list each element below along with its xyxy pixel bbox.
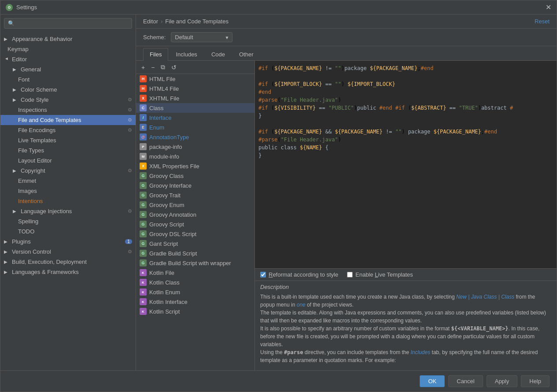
code-line: #if (${PACKAGE_NAME} && ${PACKAGE_NAME} … — [258, 128, 553, 136]
sidebar-item-keymap[interactable]: Keymap — [0, 44, 136, 54]
sidebar-item-font[interactable]: Font — [0, 74, 136, 85]
sidebar-item-label: Copyright — [21, 167, 125, 174]
description-section: Description This is a built-in template … — [255, 281, 557, 370]
sidebar-item-images[interactable]: Images — [0, 186, 136, 196]
tab-includes[interactable]: Includes — [169, 48, 203, 60]
scheme-select[interactable]: Default — [171, 32, 232, 42]
code-editor[interactable]: #if (${PACKAGE_NAME} != "")package ${PAC… — [255, 61, 557, 268]
list-item[interactable]: G Groovy Interface — [136, 181, 255, 190]
tab-other[interactable]: Other — [232, 48, 260, 60]
list-item[interactable]: I Interface — [136, 113, 255, 122]
search-input[interactable] — [17, 20, 128, 26]
sidebar-item-emmet[interactable]: Emmet — [0, 176, 136, 186]
list-item[interactable]: M module-info — [136, 152, 255, 161]
tab-files[interactable]: Files — [143, 48, 168, 61]
code-line: #parse("File Header.java") — [258, 96, 553, 104]
sidebar-item-general[interactable]: ▶ General — [0, 64, 136, 74]
arrow-icon: ▶ — [13, 67, 18, 72]
list-item[interactable]: X XML Properties File — [136, 161, 255, 171]
file-item-name: Groovy Script — [149, 221, 251, 228]
remove-template-button[interactable]: − — [149, 63, 156, 72]
list-item[interactable]: @ AnnotationType — [136, 132, 255, 142]
list-item[interactable]: P package-info — [136, 142, 255, 152]
sidebar-item-color-scheme[interactable]: ▶ Color Scheme — [0, 85, 136, 95]
settings-icon: ⚙ — [128, 107, 132, 113]
file-item-name: Kotlin File — [149, 270, 251, 276]
list-item[interactable]: G Groovy Enum — [136, 200, 255, 210]
list-item[interactable]: H HTML4 File — [136, 84, 255, 93]
groovy-file-icon: G — [140, 250, 147, 257]
list-item[interactable]: C Class — [136, 103, 255, 113]
list-item[interactable]: K Kotlin File — [136, 268, 255, 277]
file-item-name: Groovy Annotation — [149, 211, 251, 218]
sidebar-item-spelling[interactable]: Spelling — [0, 216, 136, 226]
kotlin-file-icon: K — [140, 279, 147, 286]
sidebar-item-editor[interactable]: ▼ Editor — [0, 54, 136, 64]
apply-button[interactable]: Apply — [487, 375, 518, 387]
settings-icon: ⚙ — [128, 97, 132, 103]
file-item-name: Groovy Trait — [149, 192, 251, 199]
sidebar-item-label: File Encodings — [18, 127, 125, 133]
sidebar-item-intentions[interactable]: Intentions — [0, 196, 136, 206]
ok-button[interactable]: OK — [420, 375, 445, 387]
sidebar-item-plugins[interactable]: ▶ Plugins 1 — [0, 237, 136, 247]
sidebar-item-version-control[interactable]: ▶ Version Control ⚙ — [0, 247, 136, 257]
sidebar-item-copyright[interactable]: ▶ Copyright ⚙ — [0, 166, 136, 176]
reformat-checkbox-label[interactable]: Reformat according to style — [260, 271, 338, 278]
sidebar-item-appearance[interactable]: ▶ Appearance & Behavior — [0, 34, 136, 44]
sidebar-item-file-code-templates[interactable]: File and Code Templates ⚙ — [0, 115, 136, 125]
breadcrumb: Editor › File and Code Templates Reset — [136, 15, 557, 29]
file-list-toolbar: + − ⧉ ↺ — [136, 61, 255, 74]
sidebar-item-inspections[interactable]: Inspections ⚙ — [0, 105, 136, 115]
list-item[interactable]: X XHTML File — [136, 93, 255, 103]
sidebar-item-live-templates[interactable]: Live Templates — [0, 135, 136, 145]
sidebar-item-label: Emmet — [18, 178, 132, 184]
list-item[interactable]: G Gant Script — [136, 239, 255, 248]
sidebar-item-todo[interactable]: TODO — [0, 226, 136, 237]
list-item[interactable]: G Groovy Trait — [136, 190, 255, 200]
arrow-icon: ▶ — [4, 259, 9, 264]
list-item[interactable]: H HTML File — [136, 74, 255, 84]
copy-template-button[interactable]: ⧉ — [159, 63, 167, 72]
groovy-file-icon: G — [140, 182, 147, 189]
close-button[interactable]: ✕ — [546, 3, 551, 11]
file-item-name: Interface — [149, 115, 251, 121]
cancel-button[interactable]: Cancel — [448, 375, 483, 387]
sidebar-item-file-types[interactable]: File Types — [0, 145, 136, 155]
tab-code[interactable]: Code — [205, 48, 232, 60]
add-template-button[interactable]: + — [140, 63, 147, 72]
sidebar-item-layout-editor[interactable]: Layout Editor — [0, 155, 136, 166]
sidebar-item-code-style[interactable]: ▶ Code Style ⚙ — [0, 95, 136, 105]
live-templates-checkbox-label[interactable]: Enable Live Templates — [347, 271, 413, 278]
list-item[interactable]: G Groovy DSL Script — [136, 229, 255, 239]
reset-template-button[interactable]: ↺ — [170, 63, 178, 72]
editor-area: + − ⧉ ↺ H HTML File H — [136, 61, 557, 370]
list-item[interactable]: G Groovy Annotation — [136, 210, 255, 219]
list-item[interactable]: E Enum — [136, 122, 255, 132]
scheme-label: Scheme: — [143, 34, 166, 41]
file-item-name: Kotlin Class — [149, 279, 251, 286]
kotlin-file-icon: K — [140, 298, 147, 305]
live-templates-checkbox[interactable] — [347, 272, 353, 277]
list-item[interactable]: G Gradle Build Script with wrapper — [136, 258, 255, 268]
file-item-name: Groovy Interface — [149, 182, 251, 189]
html4-file-icon: H — [140, 85, 147, 92]
sidebar-item-lang-frameworks[interactable]: ▶ Languages & Frameworks — [0, 267, 136, 277]
search-box[interactable]: 🔍 — [4, 18, 132, 29]
sidebar-item-build-exec[interactable]: ▶ Build, Execution, Deployment — [0, 257, 136, 267]
reformat-checkbox[interactable] — [260, 272, 266, 277]
list-item[interactable]: G Groovy Class — [136, 171, 255, 181]
kotlin-file-icon: K — [140, 308, 147, 315]
sidebar-item-file-encodings[interactable]: File Encodings ⚙ — [0, 125, 136, 135]
list-item[interactable]: K Kotlin Script — [136, 307, 255, 316]
list-item[interactable]: K Kotlin Enum — [136, 287, 255, 297]
help-button[interactable]: Help — [521, 375, 550, 387]
sidebar-item-label: Layout Editor — [18, 157, 132, 164]
list-item[interactable]: G Gradle Build Script — [136, 248, 255, 258]
list-item[interactable]: K Kotlin Class — [136, 277, 255, 287]
list-item[interactable]: G Groovy Script — [136, 219, 255, 229]
groovy-file-icon: G — [140, 201, 147, 208]
list-item[interactable]: K Kotlin Interface — [136, 297, 255, 307]
reset-button[interactable]: Reset — [535, 18, 550, 25]
sidebar-item-lang-injections[interactable]: ▶ Language Injections ⚙ — [0, 206, 136, 216]
